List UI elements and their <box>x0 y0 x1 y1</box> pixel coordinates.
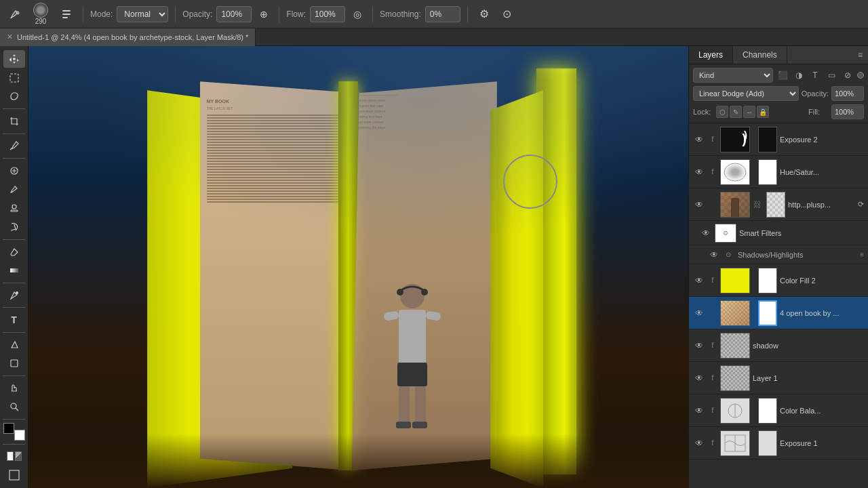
eraser-tool[interactable] <box>3 243 25 261</box>
layer-item-colorfill2[interactable]: 👁 f Color Fill 2 <box>689 264 868 297</box>
shape-filter-btn[interactable]: ▭ <box>825 68 838 82</box>
layer-item-photo[interactable]: 👁 ⛓ http...plusp... ⟳ <box>689 188 868 221</box>
layer-lock-exposure1: f <box>708 439 717 448</box>
heal-tool[interactable] <box>3 162 25 180</box>
crop-tool[interactable] <box>3 113 25 130</box>
brush-size-display[interactable]: 290 <box>28 3 53 25</box>
layer-visibility-colorbala[interactable]: 👁 <box>693 405 705 417</box>
lock-pixels-btn[interactable]: ⬡ <box>716 106 728 118</box>
stamp-tool[interactable] <box>3 199 25 217</box>
svg-rect-3 <box>62 17 68 18</box>
layer-visibility-shadow[interactable]: 👁 <box>693 340 705 352</box>
layer-visibility-smartfilters[interactable]: 👁 <box>700 227 712 239</box>
svg-rect-22 <box>415 386 426 424</box>
layer-name-exposure2: Exposure 2 <box>780 136 864 144</box>
layer-item-colorbala[interactable]: 👁 f Color Bala... <box>689 394 868 427</box>
layer-lock-colorbala: f <box>708 406 717 415</box>
svg-rect-5 <box>10 74 18 82</box>
opacity-airbrush-btn[interactable]: ⊕ <box>256 6 272 22</box>
pen-tool[interactable] <box>3 287 25 304</box>
settings-btn[interactable]: ⚙ <box>475 5 494 24</box>
tool-sep-8 <box>3 375 25 376</box>
layer-visibility-layer1[interactable]: 👁 <box>693 372 705 384</box>
brush-size-value: 290 <box>35 18 47 25</box>
layer-item-smartfilters[interactable]: 👁 ⚙ Smart Filters <box>689 221 868 245</box>
layer-item-huesat[interactable]: 👁 f Hue/Satur... <box>689 156 868 188</box>
eyedropper-tool[interactable] <box>3 137 25 155</box>
smart-filter-btn[interactable]: ⊘ <box>841 68 854 82</box>
mode-select[interactable]: Normal Multiply Screen Overlay <box>117 6 168 22</box>
fill-input[interactable] <box>831 104 864 119</box>
layer-visibility-colorfill2[interactable]: 👁 <box>693 274 705 287</box>
history-brush-tool[interactable] <box>3 218 25 236</box>
smoothing-value[interactable]: 0% <box>425 6 460 22</box>
layer-thumb-huesat <box>720 159 750 185</box>
svg-line-14 <box>16 408 18 411</box>
brush-tool-left[interactable] <box>3 181 25 199</box>
lock-position-btn[interactable]: ✎ <box>730 106 742 118</box>
selection-tool[interactable] <box>3 69 25 87</box>
svg-rect-2 <box>62 14 71 15</box>
opacity-input[interactable] <box>831 86 864 101</box>
color-swatches[interactable] <box>3 423 25 441</box>
layer-item-exposure1[interactable]: 👁 f Exposure 1 <box>689 427 868 460</box>
flow-value[interactable]: 100% <box>310 6 345 22</box>
layer-item-shadows[interactable]: 👁 ⊙ Shadows/Highlights ≡ <box>689 245 868 264</box>
main-tab[interactable]: ✕ Untitled-1 @ 24,4% (4 open book by arc… <box>0 28 256 46</box>
angle-btn[interactable]: ⊙ <box>498 5 517 24</box>
tool-sep-2 <box>3 134 25 134</box>
brush-tool-btn[interactable] <box>5 5 24 24</box>
layer-item-layer1[interactable]: 👁 f Layer 1 <box>689 362 868 394</box>
adjustment-filter-btn[interactable]: ◑ <box>792 68 806 82</box>
brush-options-btn[interactable] <box>57 5 76 24</box>
shadows-options-btn[interactable]: ≡ <box>860 251 864 258</box>
kind-select[interactable]: Kind <box>693 68 773 83</box>
pixel-filter-btn[interactable]: ⬛ <box>776 68 789 82</box>
flow-icon-btn[interactable]: ◎ <box>349 6 366 22</box>
separator-2 <box>175 6 176 22</box>
layer-visibility-huesat[interactable]: 👁 <box>693 166 705 178</box>
layer-visibility-shadows[interactable]: 👁 <box>708 249 720 261</box>
layer-item-exposure2[interactable]: 👁 f ) Exposure 2 <box>689 123 868 156</box>
panel-controls: Kind ⬛ ◑ T ▭ ⊘ Linear Dodge (Add) Normal… <box>689 64 868 123</box>
layers-tab[interactable]: Layers <box>689 46 733 64</box>
fill-label: Fill: <box>808 108 829 116</box>
book-text-overlay: MY BOOK THE LATCH SET <box>207 99 352 453</box>
blend-mode-select[interactable]: Linear Dodge (Add) Normal Multiply Scree… <box>693 86 799 101</box>
separator-3 <box>279 6 279 22</box>
layer-mask-exposure2 <box>758 127 777 152</box>
svg-rect-24 <box>412 422 427 428</box>
opacity-value[interactable]: 100% <box>216 6 252 22</box>
path-select-tool[interactable] <box>3 336 25 354</box>
layer-visibility-exposure1[interactable]: 👁 <box>693 437 705 449</box>
tab-close-btn[interactable]: ✕ <box>7 33 13 41</box>
layers-list: 👁 f ) Exposure 2 👁 f <box>689 123 868 488</box>
screen-mode-tool[interactable] <box>3 466 25 484</box>
layer-visibility-exposure2[interactable]: 👁 <box>693 134 705 146</box>
quick-mask-tool[interactable] <box>3 448 25 466</box>
layer-item-openbook[interactable]: 👁 4 open book by ... <box>689 297 868 329</box>
filter-dot-btn[interactable] <box>857 72 864 79</box>
layer-chain-photo[interactable]: ⛓ <box>753 200 762 209</box>
svg-rect-15 <box>9 470 19 480</box>
gradient-tool[interactable] <box>3 262 25 279</box>
layer-visibility-photo[interactable]: 👁 <box>693 199 705 211</box>
layer-visibility-openbook[interactable]: 👁 <box>693 307 705 319</box>
layer-mask-photo <box>766 192 785 218</box>
panel-expand-btn[interactable]: ≡ <box>852 46 868 64</box>
type-filter-btn[interactable]: T <box>808 68 822 82</box>
lasso-tool[interactable] <box>3 87 25 105</box>
tool-sep-1 <box>3 108 25 109</box>
layer-item-shadow[interactable]: 👁 f shadow <box>689 329 868 362</box>
move-tool[interactable] <box>3 50 25 68</box>
canvas-area[interactable]: MY BOOK THE LATCH SET THE LATCH SET ────… <box>28 46 688 488</box>
channels-tab[interactable]: Channels <box>733 46 787 64</box>
shape-tool[interactable] <box>3 354 25 372</box>
toolbar: 290 Mode: Normal Multiply Screen Overlay… <box>0 0 868 28</box>
lock-all-btn[interactable]: 🔒 <box>757 106 769 118</box>
zoom-tool[interactable] <box>3 399 25 416</box>
svg-point-26 <box>421 289 428 296</box>
text-tool[interactable]: T <box>3 311 25 329</box>
lock-artboard-btn[interactable]: ↔ <box>743 106 755 118</box>
hand-tool[interactable] <box>3 380 25 397</box>
